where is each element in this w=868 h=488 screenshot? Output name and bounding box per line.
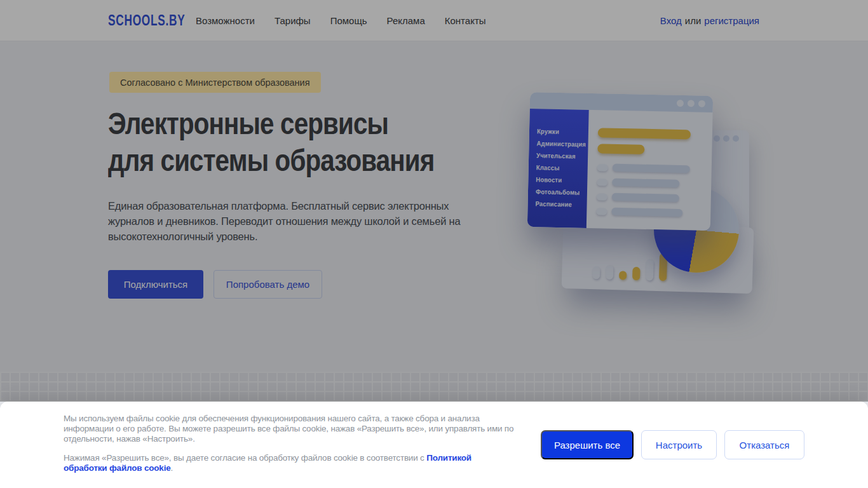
modal-overlay-scrim bbox=[0, 0, 868, 402]
configure-cookies-button[interactable]: Настроить bbox=[641, 430, 717, 459]
allow-all-cookies-button[interactable]: Разрешить все bbox=[541, 430, 634, 459]
cookie-paragraph-1: Мы используем файлы cookie для обеспечен… bbox=[64, 414, 516, 444]
decline-cookies-button[interactable]: Отказаться bbox=[724, 430, 804, 459]
page: SCHOOLS.BY Возможности Тарифы Помощь Рек… bbox=[0, 0, 868, 488]
cookie-paragraph-2: Нажимая «Разрешить все», вы даете соглас… bbox=[64, 453, 516, 473]
cookie-paragraph-2-suffix: . bbox=[171, 463, 173, 473]
cookie-banner-text: Мы используем файлы cookie для обеспечен… bbox=[64, 414, 516, 473]
cookie-consent-banner: Мы используем файлы cookie для обеспечен… bbox=[0, 402, 868, 488]
cookie-paragraph-2-prefix: Нажимая «Разрешить все», вы даете соглас… bbox=[64, 453, 426, 463]
cookie-banner-actions: Разрешить все Настроить Отказаться bbox=[541, 430, 804, 459]
